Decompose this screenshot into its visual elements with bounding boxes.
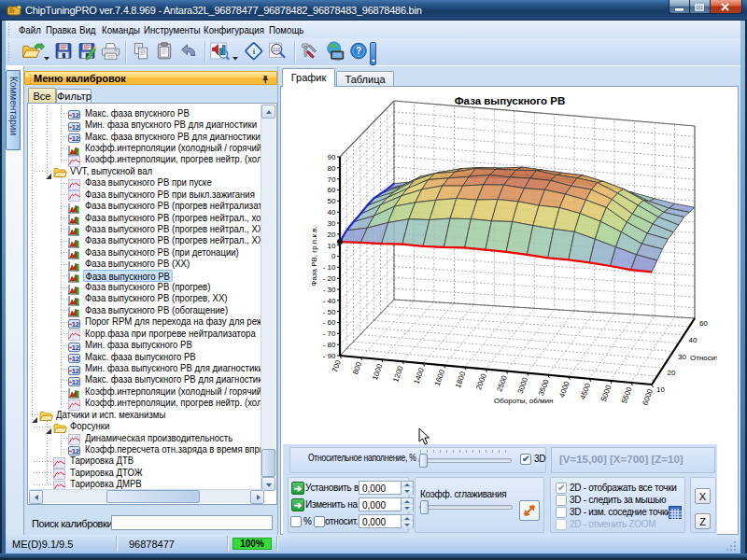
svg-text:Относительное н: Относительное н bbox=[690, 354, 717, 362]
svg-text:70: 70 bbox=[328, 175, 336, 184]
svg-text:10: 10 bbox=[328, 242, 336, 250]
svg-text:20: 20 bbox=[328, 231, 336, 239]
svg-text:12: 12 bbox=[72, 377, 79, 385]
svg-text:20: 20 bbox=[668, 369, 676, 377]
svg-text:- 80: - 80 bbox=[323, 341, 336, 349]
svg-text:12: 12 bbox=[72, 122, 79, 131]
svg-text:30: 30 bbox=[328, 219, 336, 228]
svg-text:10: 10 bbox=[656, 385, 665, 394]
svg-text:30: 30 bbox=[678, 353, 686, 361]
svg-text:?: ? bbox=[356, 46, 361, 56]
svg-text:- 30: - 30 bbox=[323, 286, 336, 294]
svg-text:0: 0 bbox=[331, 252, 336, 260]
svg-text:Фаза РВ, гр.п.к.в.: Фаза РВ, гр.п.к.в. bbox=[310, 226, 318, 286]
svg-text:12: 12 bbox=[72, 366, 79, 374]
svg-text:12: 12 bbox=[72, 355, 79, 363]
svg-text:12: 12 bbox=[72, 111, 79, 119]
svg-text:Обороты, об/мин: Обороты, об/мин bbox=[494, 397, 553, 405]
svg-text:60: 60 bbox=[328, 186, 336, 194]
svg-text:50: 50 bbox=[328, 197, 336, 205]
svg-text:- 50: - 50 bbox=[323, 308, 336, 316]
svg-text:40: 40 bbox=[328, 208, 336, 217]
svg-text:- 10: - 10 bbox=[323, 263, 336, 272]
svg-text:- 70: - 70 bbox=[323, 329, 336, 338]
svg-text:- 20: - 20 bbox=[323, 274, 336, 283]
svg-text:12: 12 bbox=[72, 319, 79, 328]
svg-text:12: 12 bbox=[72, 134, 79, 143]
svg-text:60: 60 bbox=[699, 319, 708, 328]
svg-text:110: 110 bbox=[273, 47, 280, 52]
svg-text:12: 12 bbox=[72, 343, 79, 351]
svg-text:80: 80 bbox=[328, 164, 336, 173]
svg-text:40: 40 bbox=[689, 336, 698, 344]
svg-text:90: 90 bbox=[328, 153, 336, 161]
svg-text:Фаза выпускного РВ: Фаза выпускного РВ bbox=[455, 95, 565, 106]
svg-text:- 60: - 60 bbox=[323, 318, 336, 327]
svg-text:- 40: - 40 bbox=[323, 297, 336, 305]
